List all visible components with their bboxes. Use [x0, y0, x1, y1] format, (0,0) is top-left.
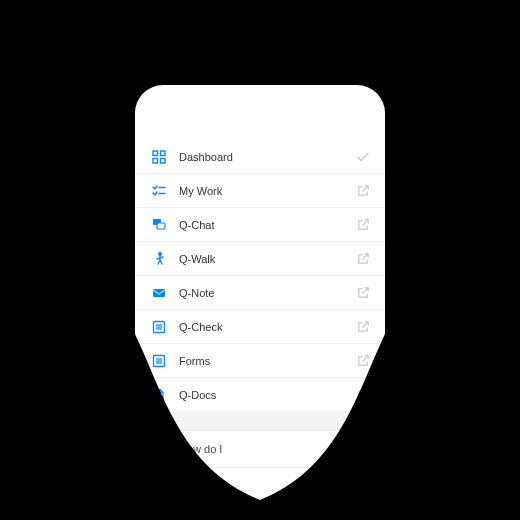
- checklist-icon: [151, 183, 167, 199]
- menu-item-private-device[interactable]: Private Device: [135, 505, 385, 520]
- menu-item-qwalk[interactable]: Q-Walk: [135, 242, 385, 276]
- info-icon: [151, 478, 167, 494]
- svg-text:?: ?: [156, 444, 162, 454]
- chat-icon: [151, 217, 167, 233]
- svg-point-8: [159, 252, 162, 255]
- menu-item-label: My Work: [167, 185, 355, 197]
- menu-item-label: Dashboard: [167, 151, 355, 163]
- menu-item-howdoi[interactable]: ? How do I: [135, 431, 385, 468]
- list-icon: [151, 319, 167, 335]
- mail-icon: [151, 285, 167, 301]
- svg-rect-3: [161, 158, 166, 163]
- menu-item-label: Q-Docs: [167, 389, 355, 401]
- walk-icon: [151, 251, 167, 267]
- open-external-icon[interactable]: [355, 217, 371, 233]
- open-external-icon[interactable]: [355, 387, 371, 403]
- open-external-icon[interactable]: [355, 183, 371, 199]
- menu-list: Dashboard My Work Q-Chat: [135, 140, 385, 520]
- menu-item-forms[interactable]: Forms: [135, 344, 385, 378]
- svg-point-23: [158, 482, 160, 484]
- check-icon: [355, 149, 371, 165]
- open-external-icon[interactable]: [355, 353, 371, 369]
- phone-frame: Dashboard My Work Q-Chat: [135, 85, 385, 520]
- chevron-right-icon: [355, 441, 371, 457]
- menu-item-label: How do I: [167, 443, 355, 455]
- menu-item-about[interactable]: About: [135, 468, 385, 505]
- menu-item-qdocs[interactable]: Q-Docs: [135, 378, 385, 412]
- open-external-icon[interactable]: [355, 319, 371, 335]
- form-icon: [151, 353, 167, 369]
- menu-item-qchat[interactable]: Q-Chat: [135, 208, 385, 242]
- svg-rect-0: [153, 151, 158, 156]
- svg-rect-2: [153, 158, 158, 163]
- document-icon: [151, 387, 167, 403]
- menu-item-label: Q-Walk: [167, 253, 355, 265]
- toggle-switch[interactable]: [355, 515, 371, 520]
- menu-item-qcheck[interactable]: Q-Check: [135, 310, 385, 344]
- menu-item-label: Forms: [167, 355, 355, 367]
- open-external-icon[interactable]: [355, 285, 371, 301]
- chevron-right-icon: [355, 478, 371, 494]
- help-icon: ?: [151, 441, 167, 457]
- menu-item-label: Q-Chat: [167, 219, 355, 231]
- svg-rect-9: [153, 289, 165, 297]
- menu-item-qnote[interactable]: Q-Note: [135, 276, 385, 310]
- svg-rect-7: [157, 223, 165, 229]
- svg-rect-1: [161, 151, 166, 156]
- section-divider: [135, 412, 385, 431]
- menu-item-label: Q-Note: [167, 287, 355, 299]
- menu-item-dashboard[interactable]: Dashboard: [135, 140, 385, 174]
- dashboard-icon: [151, 149, 167, 165]
- device-icon: [151, 515, 167, 520]
- menu-item-label: About: [167, 480, 355, 492]
- open-external-icon[interactable]: [355, 251, 371, 267]
- menu-item-label: Q-Check: [167, 321, 355, 333]
- menu-item-mywork[interactable]: My Work: [135, 174, 385, 208]
